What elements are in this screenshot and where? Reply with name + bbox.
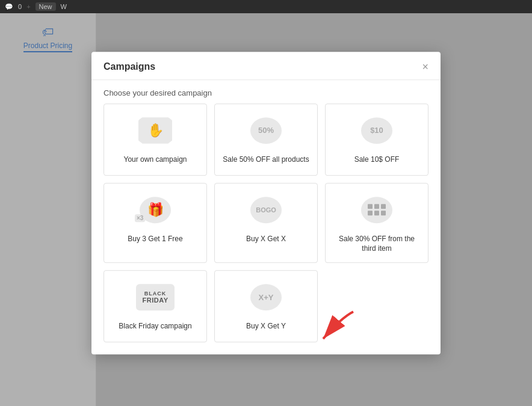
tab-w[interactable]: W — [61, 3, 67, 10]
campaign-icon-fifty: 50% — [245, 114, 287, 147]
campaign-label-buy3: Buy 3 Get 1 Free — [128, 234, 182, 244]
divider: + — [26, 3, 30, 10]
campaign-label-blackfriday: Black Friday campaign — [119, 321, 191, 331]
modal-header: Campaigns × — [91, 52, 441, 80]
campaigns-modal: Campaigns × Choose your desired campaign… — [91, 52, 441, 355]
xy-icon: X+Y — [250, 284, 282, 310]
campaign-card-thirty[interactable]: Sale 30% OFF from the third item — [325, 183, 428, 263]
campaign-icon-own: ✋ — [134, 114, 176, 147]
campaign-icon-blackfriday: BLACK FRIDAY — [134, 280, 176, 314]
campaign-grid-row3: BLACK FRIDAY Black Friday campaign X+Y B… — [91, 270, 441, 342]
gift-icon: 🎁 ×3 — [136, 197, 175, 223]
comment-icon: 💬 — [5, 3, 13, 11]
campaign-icon-ten: $10 — [356, 114, 398, 147]
grid-icon — [361, 197, 392, 223]
campaign-card-fifty[interactable]: 50% Sale 50% OFF all products — [214, 103, 318, 176]
x3-badge: ×3 — [135, 214, 145, 222]
campaign-icon-buy3: 🎁 ×3 — [134, 193, 176, 227]
modal-title: Campaigns — [104, 61, 155, 72]
grid-dots — [368, 204, 386, 215]
dollar-icon: $10 — [361, 117, 392, 144]
arrow-indicator — [305, 306, 359, 348]
campaign-grid-row2: 🎁 ×3 Buy 3 Get 1 Free BOGO Buy X Get X — [91, 183, 441, 263]
campaign-card-blackfriday[interactable]: BLACK FRIDAY Black Friday campaign — [104, 270, 207, 342]
campaign-card-bogo[interactable]: BOGO Buy X Get X — [214, 183, 318, 263]
campaign-card-ten[interactable]: $10 Sale 10$ OFF — [325, 103, 428, 176]
top-bar: 💬 0 + New W — [0, 0, 532, 13]
campaign-label-ten: Sale 10$ OFF — [354, 155, 400, 165]
modal-close-button[interactable]: × — [422, 61, 428, 72]
campaign-label-fifty: Sale 50% OFF all products — [223, 155, 309, 165]
campaign-label-getxy: Buy X Get Y — [246, 321, 286, 331]
campaign-card-getxy[interactable]: X+Y Buy X Get Y — [214, 270, 318, 342]
campaign-card-buy3[interactable]: 🎁 ×3 Buy 3 Get 1 Free — [104, 183, 207, 263]
campaign-label-bogo: Buy X Get X — [246, 234, 286, 244]
hand-icon: ✋ — [138, 117, 172, 144]
campaign-grid-row1: ✋ Your own campaign 50% Sale 50% OFF all… — [91, 103, 441, 176]
campaign-label-own: Your own campaign — [124, 155, 187, 165]
campaign-icon-getxy: X+Y — [245, 280, 287, 314]
friday-text: FRIDAY — [143, 297, 169, 304]
campaign-label-thirty: Sale 30% OFF from the third item — [333, 234, 421, 254]
notification-count: 0 — [18, 3, 22, 10]
new-tab-button[interactable]: New — [36, 2, 56, 11]
campaign-icon-bogo: BOGO — [245, 193, 287, 227]
fifty-percent-icon: 50% — [250, 117, 282, 144]
modal-subtitle: Choose your desired campaign — [91, 80, 441, 103]
black-text: BLACK — [144, 291, 167, 297]
campaign-icon-thirty — [356, 193, 398, 227]
campaign-card-own[interactable]: ✋ Your own campaign — [104, 103, 207, 176]
black-friday-icon: BLACK FRIDAY — [136, 284, 175, 310]
bogo-icon: BOGO — [250, 197, 282, 223]
